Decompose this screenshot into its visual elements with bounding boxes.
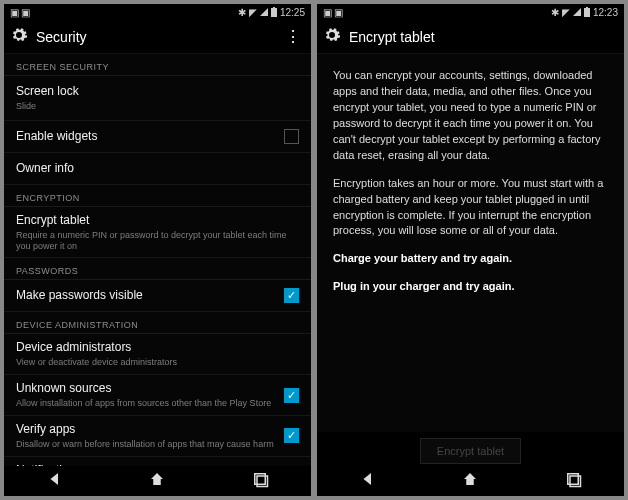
clock: 12:23	[593, 7, 618, 18]
settings-list[interactable]: SCREEN SECURITY Screen lock Slide Enable…	[4, 54, 311, 466]
row-unknown-sources[interactable]: Unknown sources Allow installation of ap…	[4, 375, 311, 416]
row-title: Unknown sources	[16, 381, 284, 396]
status-bar: ▣ ▣ ✱ ◤ 12:25	[4, 4, 311, 20]
clock: 12:25	[280, 7, 305, 18]
wifi-icon: ◤	[562, 7, 570, 18]
checkbox-enable-widgets[interactable]	[284, 129, 299, 144]
page-title: Encrypt tablet	[349, 29, 435, 45]
encrypt-warning-charger: Plug in your charger and try again.	[333, 279, 608, 295]
bluetooth-icon: ✱	[551, 7, 559, 18]
settings-icon[interactable]	[323, 26, 341, 48]
row-subtitle: View or deactivate device administrators	[16, 357, 299, 368]
home-icon[interactable]	[461, 470, 479, 492]
checkbox-unknown-sources[interactable]	[284, 388, 299, 403]
page-title: Security	[36, 29, 87, 45]
home-icon[interactable]	[148, 470, 166, 492]
row-device-administrators[interactable]: Device administrators View or deactivate…	[4, 334, 311, 375]
category-device-admin: DEVICE ADMINISTRATION	[4, 312, 311, 334]
row-notification-access[interactable]: Notification access 1 app can read notif…	[4, 457, 311, 466]
settings-icon[interactable]	[10, 26, 28, 48]
debug-icon: ▣	[323, 7, 332, 18]
navigation-bar	[317, 466, 624, 496]
row-verify-apps[interactable]: Verify apps Disallow or warn before inst…	[4, 416, 311, 457]
row-title: Verify apps	[16, 422, 284, 437]
signal-icon	[260, 8, 268, 16]
back-icon[interactable]	[46, 470, 64, 492]
row-title: Screen lock	[16, 84, 299, 99]
battery-icon	[271, 8, 277, 17]
row-subtitle: Require a numeric PIN or password to dec…	[16, 230, 299, 252]
row-title: Device administrators	[16, 340, 299, 355]
row-enable-widgets[interactable]: Enable widgets	[4, 121, 311, 153]
row-subtitle: Slide	[16, 101, 299, 112]
encrypt-warning-battery: Charge your battery and try again.	[333, 251, 608, 267]
encrypt-tablet-button[interactable]: Encrypt tablet	[420, 438, 521, 464]
overflow-menu-icon[interactable]: ⋮	[281, 27, 305, 46]
row-title: Make passwords visible	[16, 288, 284, 303]
left-device: ▣ ▣ ✱ ◤ 12:25 Security ⋮ SCREEN SECURITY…	[4, 4, 311, 496]
category-encryption: ENCRYPTION	[4, 185, 311, 207]
debug-icon: ▣	[21, 7, 30, 18]
category-passwords: PASSWORDS	[4, 258, 311, 280]
status-bar: ▣ ▣ ✱ ◤ 12:23	[317, 4, 624, 20]
encrypt-content: You can encrypt your accounts, settings,…	[317, 54, 624, 432]
battery-icon	[584, 8, 590, 17]
debug-icon: ▣	[334, 7, 343, 18]
recents-icon[interactable]	[564, 470, 582, 492]
navigation-bar	[4, 466, 311, 496]
row-owner-info[interactable]: Owner info	[4, 153, 311, 185]
row-subtitle: Disallow or warn before installation of …	[16, 439, 284, 450]
bluetooth-icon: ✱	[238, 7, 246, 18]
encrypt-paragraph-2: Encryption takes an hour or more. You mu…	[333, 176, 608, 240]
row-make-passwords-visible[interactable]: Make passwords visible	[4, 280, 311, 312]
action-bar: Security ⋮	[4, 20, 311, 54]
recents-icon[interactable]	[251, 470, 269, 492]
row-title: Owner info	[16, 161, 299, 176]
row-encrypt-tablet[interactable]: Encrypt tablet Require a numeric PIN or …	[4, 207, 311, 259]
row-screen-lock[interactable]: Screen lock Slide	[4, 76, 311, 121]
checkbox-passwords-visible[interactable]	[284, 288, 299, 303]
row-subtitle: Allow installation of apps from sources …	[16, 398, 284, 409]
row-title: Enable widgets	[16, 129, 284, 144]
button-area: Encrypt tablet	[317, 432, 624, 466]
right-device: ▣ ▣ ✱ ◤ 12:23 Encrypt tablet You can enc…	[317, 4, 624, 496]
action-bar: Encrypt tablet	[317, 20, 624, 54]
category-screen-security: SCREEN SECURITY	[4, 54, 311, 76]
back-icon[interactable]	[359, 470, 377, 492]
encrypt-paragraph-1: You can encrypt your accounts, settings,…	[333, 68, 608, 164]
signal-icon	[573, 8, 581, 16]
row-title: Encrypt tablet	[16, 213, 299, 228]
checkbox-verify-apps[interactable]	[284, 428, 299, 443]
wifi-icon: ◤	[249, 7, 257, 18]
debug-icon: ▣	[10, 7, 19, 18]
